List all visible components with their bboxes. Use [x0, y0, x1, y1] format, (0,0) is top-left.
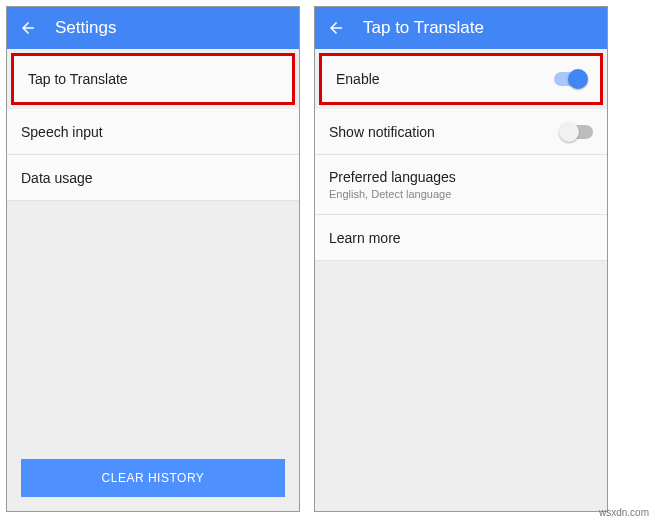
settings-list: Speech input Data usage	[7, 109, 299, 201]
row-label: Preferred languages	[329, 169, 456, 185]
row-label: Data usage	[21, 170, 93, 186]
row-speech-input[interactable]: Speech input	[7, 109, 299, 155]
row-learn-more[interactable]: Learn more	[315, 215, 607, 261]
row-sublabel: English, Detect language	[329, 188, 456, 200]
highlight-box: Enable	[319, 53, 603, 105]
toggle-enable[interactable]	[554, 72, 586, 86]
row-tap-to-translate[interactable]: Tap to Translate	[14, 56, 292, 102]
back-arrow-icon[interactable]	[327, 19, 345, 37]
screen-tap-to-translate: Tap to Translate Enable Show notificatio…	[314, 6, 608, 512]
row-label: Show notification	[329, 124, 435, 140]
row-data-usage[interactable]: Data usage	[7, 155, 299, 201]
row-text: Preferred languages English, Detect lang…	[329, 169, 456, 200]
back-arrow-icon[interactable]	[19, 19, 37, 37]
row-label: Learn more	[329, 230, 401, 246]
header-bar: Tap to Translate	[315, 7, 607, 49]
header-title: Settings	[55, 18, 116, 38]
clear-history-button[interactable]: CLEAR HISTORY	[21, 459, 285, 497]
watermark: wsxdn.com	[599, 507, 649, 518]
row-label: Tap to Translate	[28, 71, 128, 87]
screen-settings: Settings Tap to Translate Speech input D…	[6, 6, 300, 512]
spacer	[7, 201, 299, 449]
row-label: Enable	[336, 71, 380, 87]
options-list: Show notification Preferred languages En…	[315, 109, 607, 261]
header-title: Tap to Translate	[363, 18, 484, 38]
toggle-show-notification[interactable]	[561, 125, 593, 139]
header-bar: Settings	[7, 7, 299, 49]
row-show-notification[interactable]: Show notification	[315, 109, 607, 155]
row-preferred-languages[interactable]: Preferred languages English, Detect lang…	[315, 155, 607, 215]
row-label: Speech input	[21, 124, 103, 140]
highlight-box: Tap to Translate	[11, 53, 295, 105]
row-enable[interactable]: Enable	[322, 56, 600, 102]
